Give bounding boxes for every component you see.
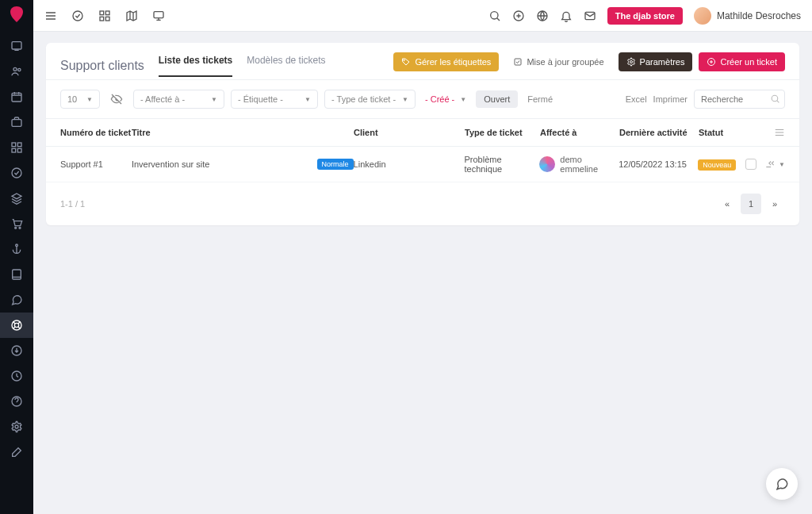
svg-point-11 [19,227,21,228]
chat-fab[interactable] [766,468,798,500]
type-filter[interactable]: - Type de ticket -▼ [324,90,416,109]
tickets-card: Support clients Liste des tickets Modèle… [46,43,799,225]
nav-calendar-icon[interactable] [0,84,33,109]
svg-point-15 [14,323,18,327]
bell-icon[interactable] [560,10,573,22]
topbar: The djab store Mathilde Desroches [33,0,812,32]
nav-book-icon[interactable] [0,262,33,287]
svg-point-34 [772,95,778,102]
row-actions-icon[interactable]: ▼ [764,159,785,170]
status-open-button[interactable]: Ouvert [476,90,518,108]
pager-page-button[interactable]: 1 [741,194,761,214]
chevron-down-icon: ▼ [86,96,93,103]
nav-settings-icon[interactable] [0,414,33,439]
nav-cart-icon[interactable] [0,211,33,236]
row-count: 1-1 / 1 [60,199,85,209]
svg-point-26 [490,11,497,18]
svg-point-32 [630,61,632,63]
th-status[interactable]: Statut [699,128,746,137]
created-filter[interactable]: - Créé -▼ [422,94,469,104]
svg-point-19 [15,425,18,428]
bulk-update-label: Mise à jour groupée [527,57,603,67]
nav-grid-icon[interactable] [0,135,33,160]
svg-point-30 [404,59,405,61]
nav-help-icon[interactable] [0,389,33,414]
pager-last-button[interactable]: » [764,194,785,214]
user-name-label: Mathilde Desroches [717,10,801,21]
page-size-value: 10 [67,94,77,104]
svg-point-10 [15,227,17,228]
globe-icon[interactable] [536,10,549,22]
user-menu[interactable]: Mathilde Desroches [694,7,801,25]
create-ticket-button[interactable]: Créer un ticket [699,52,785,71]
svg-point-20 [73,11,82,21]
add-icon[interactable] [512,10,525,22]
manage-labels-button[interactable]: Gérer les étiquettes [393,52,499,71]
pager-first-button[interactable]: « [717,194,737,214]
label-filter-value: - Étiquette - [238,94,283,104]
th-number[interactable]: Numéro de ticket [60,128,132,137]
nav-download-icon[interactable] [0,338,33,363]
settings-label: Paramètres [640,57,685,67]
menu-icon[interactable] [44,10,57,22]
nav-clock-icon[interactable] [0,363,33,389]
cell-type: Problème technique [464,155,539,174]
tab-ticket-list[interactable]: Liste des tickets [159,55,232,77]
tabs: Liste des tickets Modèles de tickets [159,55,326,77]
chevron-down-icon: ▼ [460,96,466,103]
map-icon[interactable] [125,10,138,22]
cell-title: Invervention sur site [132,159,209,169]
cell-assigned: demo emmeline [560,155,619,174]
label-filter[interactable]: - Étiquette -▼ [231,90,318,109]
bulk-update-button[interactable]: Mise à jour groupée [505,52,611,71]
monitor-icon[interactable] [152,10,165,22]
task-check-icon[interactable] [71,10,84,22]
tab-ticket-templates[interactable]: Modèles de tickets [247,55,325,77]
svg-point-2 [18,68,21,71]
assignee-avatar [539,156,555,172]
th-activity[interactable]: Dernière activité [619,128,699,137]
nav-layers-icon[interactable] [0,186,33,211]
svg-rect-22 [105,11,109,15]
svg-rect-0 [12,42,21,49]
settings-button[interactable]: Paramètres [619,52,693,71]
visibility-toggle-icon[interactable] [106,90,127,109]
nav-support-icon[interactable] [0,313,33,338]
status-closed-button[interactable]: Fermé [519,90,561,108]
nav-anchor-icon[interactable] [0,236,33,262]
nav-chat-icon[interactable] [0,287,33,313]
assigned-filter-value: - Affecté à - [140,94,185,104]
nav-dashboard-icon[interactable] [0,33,33,59]
svg-rect-21 [100,11,104,15]
th-assigned[interactable]: Affecté à [540,128,619,137]
cell-activity: 12/05/2022 13:15 [619,159,698,169]
print-button[interactable]: Imprimer [653,94,688,104]
svg-point-9 [12,168,21,178]
table-row[interactable]: Support #1 Invervention sur site Normale… [46,147,799,182]
svg-rect-25 [154,11,163,17]
th-client[interactable]: Client [354,128,465,137]
nav-check-icon[interactable] [0,160,33,186]
row-checkbox[interactable] [745,159,756,170]
assigned-filter[interactable]: - Affecté à -▼ [133,90,224,109]
nav-people-icon[interactable] [0,59,33,84]
cell-number: Support #1 [60,159,132,169]
svg-rect-23 [100,17,104,21]
svg-rect-31 [515,59,521,65]
status-badge: Nouveau [698,159,736,171]
pagination: « 1 » [717,194,785,214]
left-sidebar [0,0,33,514]
mail-icon[interactable] [584,10,596,22]
columns-menu-icon[interactable] [774,127,785,138]
th-title[interactable]: Titre [132,128,354,137]
th-type[interactable]: Type de ticket [465,128,540,137]
export-excel-button[interactable]: Excel [626,94,647,104]
svg-rect-5 [12,143,16,147]
nav-edit-icon[interactable] [0,439,33,465]
page-size-select[interactable]: 10▼ [60,90,100,109]
store-button[interactable]: The djab store [607,7,683,25]
search-icon[interactable] [488,10,501,22]
type-filter-value: - Type de ticket - [331,94,396,104]
apps-grid-icon[interactable] [98,10,111,22]
nav-briefcase-icon[interactable] [0,109,33,135]
